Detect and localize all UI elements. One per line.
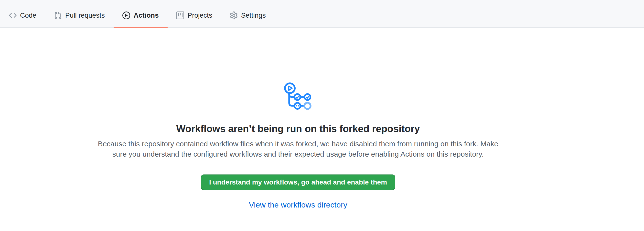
view-workflows-directory-link[interactable]: View the workflows directory: [249, 200, 347, 209]
blankslate-heading: Workflows aren’t being run on this forke…: [98, 123, 498, 135]
tab-code[interactable]: Code: [0, 0, 45, 28]
project-icon: [176, 12, 184, 19]
tab-settings[interactable]: Settings: [221, 0, 274, 28]
description-line-1: Because this repository contained workfl…: [78, 139, 518, 149]
workflow-graph-icon: [284, 83, 312, 110]
tab-pull-requests-label: Pull requests: [65, 12, 105, 19]
tab-actions[interactable]: Actions: [114, 0, 168, 28]
actions-page: Workflows aren’t being run on this forke…: [0, 83, 644, 209]
tab-actions-label: Actions: [134, 12, 159, 19]
git-pull-request-icon: [54, 12, 62, 19]
description-line-2: sure you understand the configured workf…: [78, 149, 518, 159]
enable-workflows-button[interactable]: I understand my workflows, go ahead and …: [201, 174, 395, 190]
tab-pull-requests[interactable]: Pull requests: [45, 0, 114, 28]
code-icon: [9, 12, 16, 19]
blankslate-description: Because this repository contained workfl…: [78, 139, 518, 159]
repo-tab-bar: Code Pull requests Actions Projects Sett…: [0, 0, 644, 28]
tab-settings-label: Settings: [241, 12, 266, 19]
gear-icon: [230, 12, 238, 19]
play-icon: [122, 12, 130, 19]
tab-projects-label: Projects: [188, 12, 212, 19]
tab-code-label: Code: [20, 12, 36, 19]
tab-projects[interactable]: Projects: [168, 0, 221, 28]
actions-disabled-blankslate: Workflows aren’t being run on this forke…: [98, 83, 498, 209]
